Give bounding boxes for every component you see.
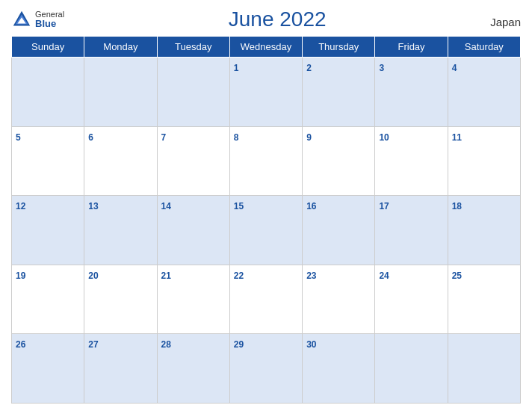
calendar-cell: 18 bbox=[448, 196, 520, 265]
day-header-wednesday: Wednesday bbox=[229, 37, 302, 58]
calendar-cell: 22 bbox=[229, 265, 302, 334]
calendar-cell: 17 bbox=[375, 196, 448, 265]
calendar-cell: 6 bbox=[84, 126, 157, 196]
calendar-cell bbox=[448, 334, 520, 404]
day-number: 1 bbox=[234, 63, 239, 73]
calendar-cell: 7 bbox=[157, 126, 229, 196]
calendar-cell: 8 bbox=[229, 126, 302, 196]
day-number: 8 bbox=[234, 132, 239, 143]
day-number: 25 bbox=[452, 271, 462, 281]
calendar-table: SundayMondayTuesdayWednesdayThursdayFrid… bbox=[11, 36, 521, 404]
day-header-friday: Friday bbox=[375, 37, 448, 58]
calendar-cell bbox=[12, 58, 84, 127]
calendar-cell: 19 bbox=[12, 265, 84, 334]
week-row-2: 567891011 bbox=[12, 126, 521, 196]
day-number: 6 bbox=[88, 132, 93, 143]
day-number: 2 bbox=[306, 63, 312, 73]
calendar-cell: 9 bbox=[303, 126, 375, 196]
day-header-thursday: Thursday bbox=[303, 37, 375, 58]
day-number: 24 bbox=[379, 271, 389, 281]
week-row-4: 19202122232425 bbox=[12, 265, 521, 334]
day-number: 17 bbox=[379, 201, 389, 211]
day-number: 4 bbox=[452, 63, 457, 73]
calendar-cell: 10 bbox=[375, 126, 448, 196]
day-number: 10 bbox=[379, 132, 389, 143]
calendar-header: General Blue June 2022 Japan bbox=[11, 7, 521, 31]
calendar-title: June 2022 bbox=[229, 7, 327, 31]
day-number: 26 bbox=[16, 339, 25, 350]
logo-blue-text: Blue bbox=[35, 19, 64, 29]
day-number: 12 bbox=[16, 201, 25, 211]
day-number: 7 bbox=[161, 132, 167, 143]
calendar-cell: 29 bbox=[229, 334, 302, 404]
day-number: 15 bbox=[234, 201, 244, 211]
calendar-cell: 3 bbox=[375, 58, 448, 127]
day-number: 23 bbox=[306, 271, 316, 281]
day-number: 3 bbox=[379, 63, 384, 73]
day-number: 22 bbox=[234, 271, 244, 281]
country-label: Japan bbox=[490, 16, 521, 31]
calendar-cell bbox=[375, 334, 448, 404]
day-number: 13 bbox=[88, 201, 98, 211]
calendar-cell: 1 bbox=[229, 58, 302, 127]
calendar-cell: 27 bbox=[84, 334, 157, 404]
day-header-monday: Monday bbox=[84, 37, 157, 58]
day-number: 21 bbox=[161, 271, 171, 281]
calendar-cell bbox=[84, 58, 157, 127]
logo: General Blue bbox=[11, 9, 64, 30]
calendar-cell: 23 bbox=[303, 265, 375, 334]
day-number: 20 bbox=[88, 271, 98, 281]
day-number: 18 bbox=[452, 201, 462, 211]
day-number: 19 bbox=[16, 271, 25, 281]
week-row-3: 12131415161718 bbox=[12, 196, 521, 265]
day-header-sunday: Sunday bbox=[12, 37, 84, 58]
calendar-cell: 16 bbox=[303, 196, 375, 265]
calendar-cell: 30 bbox=[303, 334, 375, 404]
day-header-tuesday: Tuesday bbox=[157, 37, 229, 58]
day-number: 28 bbox=[161, 339, 171, 350]
day-number: 5 bbox=[16, 132, 21, 143]
calendar-cell: 4 bbox=[448, 58, 520, 127]
day-number: 27 bbox=[88, 339, 98, 350]
day-number: 16 bbox=[306, 201, 316, 211]
day-number: 14 bbox=[161, 201, 171, 211]
calendar-cell: 13 bbox=[84, 196, 157, 265]
calendar-cell: 24 bbox=[375, 265, 448, 334]
calendar-cell: 14 bbox=[157, 196, 229, 265]
calendar-cell: 20 bbox=[84, 265, 157, 334]
day-header-saturday: Saturday bbox=[448, 37, 520, 58]
day-number: 9 bbox=[306, 132, 312, 143]
calendar-cell: 11 bbox=[448, 126, 520, 196]
calendar-cell: 2 bbox=[303, 58, 375, 127]
days-header-row: SundayMondayTuesdayWednesdayThursdayFrid… bbox=[12, 37, 521, 58]
calendar-cell: 5 bbox=[12, 126, 84, 196]
week-row-1: 1234 bbox=[12, 58, 521, 127]
week-row-5: 2627282930 bbox=[12, 334, 521, 404]
calendar-cell bbox=[157, 58, 229, 127]
calendar-cell: 28 bbox=[157, 334, 229, 404]
calendar-cell: 25 bbox=[448, 265, 520, 334]
day-number: 29 bbox=[234, 339, 244, 350]
logo-icon bbox=[11, 9, 32, 30]
calendar-cell: 12 bbox=[12, 196, 84, 265]
day-number: 11 bbox=[452, 132, 462, 143]
calendar-cell: 21 bbox=[157, 265, 229, 334]
calendar-cell: 15 bbox=[229, 196, 302, 265]
calendar-cell: 26 bbox=[12, 334, 84, 404]
day-number: 30 bbox=[306, 339, 316, 350]
logo-text: General Blue bbox=[35, 10, 64, 29]
